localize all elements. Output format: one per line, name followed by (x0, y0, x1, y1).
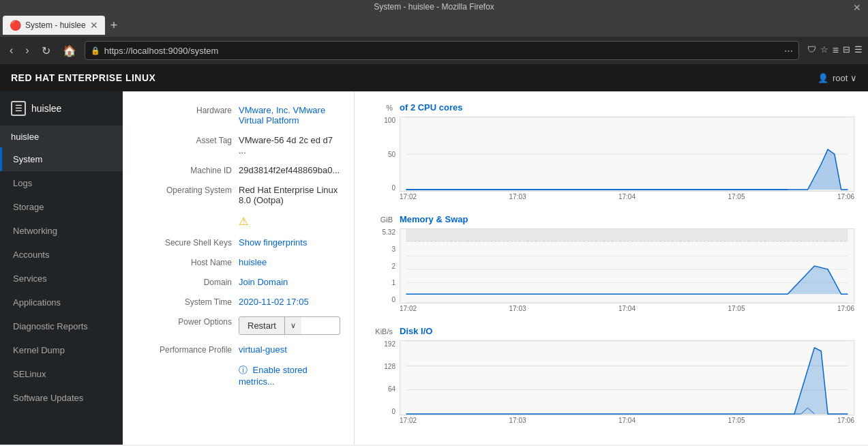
memory-y-532: 5.32 (371, 228, 395, 236)
cpu-chart-wrapper: 100 50 0 (400, 117, 854, 192)
machine-id-row: Machine ID 29d3814f2ef448869ba0... (136, 165, 340, 175)
memory-chart-header: GiB Memory & Swap (368, 214, 854, 224)
user-menu[interactable]: 👤 root ∨ (818, 73, 857, 83)
sidebar-item-diagnostic-reports[interactable]: Diagnostic Reports (0, 314, 123, 338)
disk-x-1705: 17:05 (728, 417, 745, 424)
sidebar-item-label: Software Updates (13, 393, 83, 403)
memory-x-1705: 17:05 (728, 305, 745, 312)
disk-chart-title[interactable]: Disk I/O (400, 326, 432, 336)
system-time-link[interactable]: 2020-11-02 17:05 (239, 297, 309, 307)
current-user-label: huislee (11, 132, 39, 142)
hardware-link[interactable]: VMware, Inc. VMware Virtual Platform (239, 105, 325, 125)
os-label: Operating System (136, 185, 232, 195)
memory-x-1703: 17:03 (509, 305, 526, 312)
more-options-icon: ⋯ (784, 46, 793, 56)
enable-metrics-row: ⓘ Enable stored metrics... (136, 364, 340, 387)
domain-row: Domain Join Domain (136, 277, 340, 287)
sidebar-item-kernel-dump[interactable]: Kernel Dump (0, 338, 123, 362)
memory-x-1702: 17:02 (400, 305, 417, 312)
forward-button[interactable]: › (21, 42, 33, 59)
sidebar-item-logs[interactable]: Logs (0, 171, 123, 195)
disk-chart-wrapper: 192 128 64 0 (400, 340, 854, 415)
menu-icon[interactable]: ☰ (854, 44, 863, 57)
domain-value: Join Domain (239, 277, 340, 287)
sidebar-item-label: Storage (13, 202, 44, 212)
tab-close-button[interactable]: ✕ (90, 20, 98, 31)
app-header: RED HAT ENTERPRISE LINUX 👤 root ∨ (0, 64, 868, 91)
url-text: https://localhost:9090/system (104, 46, 780, 56)
cpu-y-100: 100 (371, 117, 395, 124)
lock-icon: 🔒 (91, 46, 100, 55)
disk-x-1704: 17:04 (618, 417, 635, 424)
address-bar[interactable]: 🔒 https://localhost:9090/system ⋯ (85, 41, 799, 60)
cpu-y-0: 0 (371, 184, 395, 192)
join-domain-link[interactable]: Join Domain (239, 277, 288, 287)
restart-dropdown-button[interactable]: ∨ (284, 317, 301, 334)
memory-chart-wrapper: 5.32 3 2 1 0 (400, 228, 854, 303)
show-fingerprints-link[interactable]: Show fingerprints (239, 237, 307, 248)
sidebar-item-label: System (13, 154, 42, 164)
system-time-label: System Time (136, 297, 232, 307)
memory-y-axis: 5.32 3 2 1 0 (371, 228, 395, 303)
hostname-link[interactable]: huislee (239, 257, 267, 267)
sidebar-item-selinux[interactable]: SELinux (0, 362, 123, 386)
disk-chart-section: KiB/s Disk I/O 192 128 64 0 (368, 326, 854, 424)
window-close-button[interactable]: ✕ (853, 2, 861, 13)
sidebar-item-storage[interactable]: Storage (0, 195, 123, 219)
perf-profile-label: Performance Profile (136, 344, 232, 355)
sidebar-item-services[interactable]: Services (0, 267, 123, 291)
asset-tag-label: Asset Tag (136, 135, 232, 145)
enable-metrics-value: ⓘ Enable stored metrics... (239, 364, 340, 387)
disk-y-64: 64 (371, 385, 395, 393)
sidebar-item-software-updates[interactable]: Software Updates (0, 386, 123, 410)
sidebar-item-system[interactable]: System (0, 147, 123, 171)
system-time-row: System Time 2020-11-02 17:05 (136, 297, 340, 307)
sidebar-item-applications[interactable]: Applications (0, 291, 123, 314)
browser-nav-icons: 🛡 ☆ ≡ ⊟ ☰ (807, 44, 863, 57)
active-tab[interactable]: 🔴 System - huislee ✕ (3, 16, 105, 35)
cpu-chart-section: % of 2 CPU cores 100 50 0 (368, 102, 854, 200)
home-button[interactable]: 🏠 (59, 42, 80, 60)
memory-y-3: 3 (371, 246, 395, 253)
power-options-row: Power Options Restart ∨ (136, 316, 340, 335)
hostname-label: Host Name (136, 257, 232, 267)
sidebar-item-networking[interactable]: Networking (0, 219, 123, 243)
new-tab-button[interactable]: + (106, 18, 122, 33)
bookmark-icon[interactable]: ☆ (820, 44, 828, 57)
system-time-value: 2020-11-02 17:05 (239, 297, 340, 307)
sidebar-item-label: Accounts (13, 250, 49, 260)
memory-chart-title[interactable]: Memory & Swap (400, 214, 468, 224)
enable-metrics-link[interactable]: ⓘ Enable stored metrics... (239, 365, 308, 387)
perf-profile-link[interactable]: virtual-guest (239, 344, 287, 355)
shield-icon[interactable]: 🛡 (807, 44, 816, 57)
restart-button[interactable]: Restart (239, 317, 284, 334)
cpu-chart-title[interactable]: of 2 CPU cores (400, 102, 462, 113)
sidebar-item-label: Networking (13, 226, 57, 236)
disk-y-192: 192 (371, 340, 395, 348)
sidebar-item-label: Logs (13, 178, 32, 188)
cpu-y-50: 50 (371, 151, 395, 158)
sidebar-machine[interactable]: ☰ huislee (0, 91, 123, 126)
reload-button[interactable]: ↻ (38, 42, 55, 60)
library-icon[interactable]: ≡ (833, 44, 839, 57)
perf-profile-value: virtual-guest (239, 344, 340, 355)
sidebar-item-label: SELinux (13, 369, 46, 379)
memory-unit: GiB (368, 215, 393, 224)
sidebar-item-label: Services (13, 273, 47, 284)
cpu-x-1703: 17:03 (509, 193, 526, 200)
browser-titlebar: System - huislee - Mozilla Firefox ✕ (0, 0, 868, 14)
back-button[interactable]: ‹ (5, 42, 17, 59)
sidebar-item-label: Kernel Dump (13, 345, 65, 355)
window-title: System - huislee - Mozilla Firefox (374, 2, 494, 12)
memory-x-axis: 17:02 17:03 17:04 17:05 17:06 (400, 305, 854, 312)
disk-unit: KiB/s (368, 327, 393, 336)
system-info-panel: Hardware VMware, Inc. VMware Virtual Pla… (123, 91, 355, 445)
memory-x-1704: 17:04 (618, 305, 635, 312)
sidebar-toggle-icon[interactable]: ⊟ (843, 44, 850, 57)
tab-title: System - huislee (25, 20, 86, 30)
sidebar-item-accounts[interactable]: Accounts (0, 243, 123, 267)
disk-y-0: 0 (371, 408, 395, 415)
sidebar-current-user[interactable]: huislee (0, 126, 123, 147)
user-icon: 👤 (818, 73, 828, 83)
sidebar-item-label: Applications (13, 297, 61, 308)
